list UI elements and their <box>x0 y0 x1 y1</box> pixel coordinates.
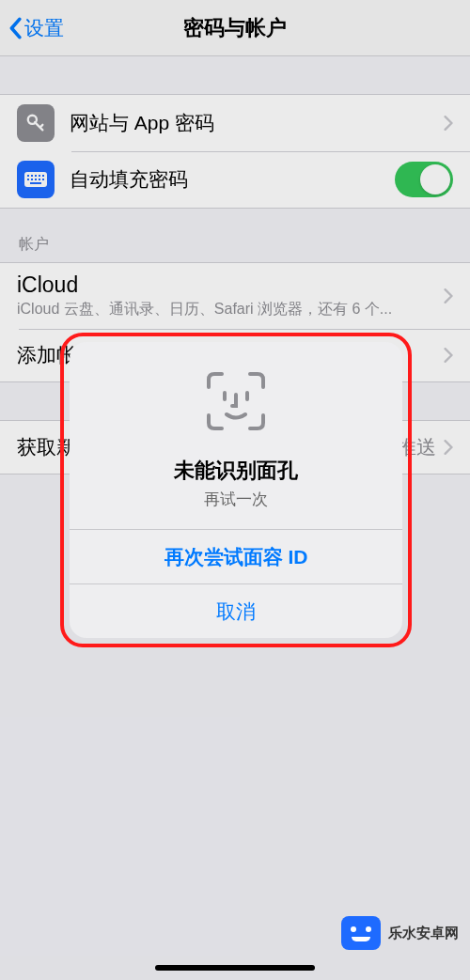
alert-title: 未能识别面孔 <box>88 457 384 485</box>
face-id-icon <box>203 368 269 434</box>
retry-face-id-button[interactable]: 再次尝试面容 ID <box>70 529 402 583</box>
watermark: 乐水安卓网 <box>341 916 459 950</box>
alert-message: 再试一次 <box>88 489 384 510</box>
alert-highlight-frame: 未能识别面孔 再试一次 再次尝试面容 ID 取消 <box>60 333 412 647</box>
watermark-text: 乐水安卓网 <box>388 925 459 942</box>
face-id-alert: 未能识别面孔 再试一次 再次尝试面容 ID 取消 <box>70 342 402 638</box>
cancel-button[interactable]: 取消 <box>70 583 402 638</box>
home-indicator[interactable] <box>155 965 315 971</box>
watermark-logo-icon <box>341 916 381 950</box>
